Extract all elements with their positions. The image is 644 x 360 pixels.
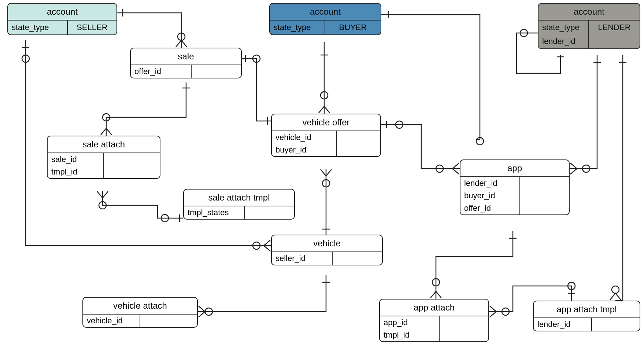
entity-title: account [538,4,640,21]
svg-point-14 [520,29,528,37]
er-diagram-canvas: account state_type SELLER account state_… [0,0,644,360]
svg-point-2 [103,114,110,121]
svg-point-12 [476,137,484,145]
entity-app: app lender_id buyer_id offer_id [460,159,570,215]
entity-account-seller: account state_type SELLER [7,3,117,35]
entity-vehicle: vehicle seller_id [271,235,383,265]
entity-title: vehicle offer [272,114,380,131]
attr-value-seller: SELLER [68,21,116,34]
entity-title: vehicle [272,235,382,252]
attr-state-type: state_type [270,21,325,34]
svg-point-1 [253,55,260,62]
svg-point-8 [322,180,330,187]
svg-point-4 [161,214,169,222]
entity-sale-attach: sale attach sale_id tmpl_id [47,136,160,179]
svg-point-10 [396,121,403,128]
svg-point-13 [582,165,590,172]
entity-title: vehicle attach [83,298,197,315]
attr-sale-id: sale_id [48,153,103,166]
svg-point-15 [432,279,440,286]
attr-buyer-id: buyer_id [460,190,519,202]
svg-point-3 [99,202,106,209]
svg-point-7 [321,92,328,99]
attr-lender-id: lender_id [460,177,519,190]
attr-state-type: state_type [8,21,68,34]
entity-account-lender: account state_type LENDER lender_id [538,3,640,49]
svg-point-9 [205,308,212,315]
entity-title: account [270,4,381,21]
entity-sale-attach-tmpl: sale attach tmpl tmpl_states [183,189,295,220]
attr-tmpl-id: tmpl_id [48,166,103,178]
attr-vehicle-id: vehicle_id [272,131,336,144]
svg-point-11 [436,165,443,172]
attr-seller-id: seller_id [272,252,332,265]
entity-title: app attach [380,300,488,316]
attr-offer-id: offer_id [131,65,191,78]
entity-account-buyer: account state_type BUYER [269,3,381,35]
attr-state-type: state_type [538,21,589,34]
entity-vehicle-attach: vehicle attach vehicle_id [82,297,198,328]
entity-sale: sale offer_id [130,48,242,78]
attr-tmpl-id: tmpl_id [380,329,439,341]
entity-title: sale attach [48,136,160,153]
attr-vehicle-id: vehicle_id [83,315,140,327]
svg-point-18 [612,286,619,293]
entity-title: sale [131,48,241,65]
attr-value-lender: LENDER [589,21,640,34]
svg-point-6 [253,242,260,249]
attr-lender-id: lender_id [534,318,591,331]
entity-vehicle-offer: vehicle offer vehicle_id buyer_id [271,114,381,157]
attr-value-buyer: BUYER [325,21,381,34]
entity-title: app [460,160,569,177]
attr-lender-id: lender_id [538,34,589,48]
entity-app-attach-tmpl: app attach tmpl lender_id [533,301,640,331]
entity-app-attach: app attach app_id tmpl_id [379,299,489,342]
svg-point-5 [22,55,29,62]
entity-title: sale attach tmpl [184,190,294,206]
svg-point-16 [502,308,509,315]
attr-app-id: app_id [380,316,439,329]
entity-title: account [8,4,116,21]
attr-tmpl-states: tmpl_states [184,206,244,219]
svg-point-0 [178,33,185,40]
svg-point-17 [568,282,575,290]
entity-title: app attach tmpl [534,301,640,318]
attr-buyer-id: buyer_id [272,144,336,156]
attr-offer-id: offer_id [460,202,519,214]
